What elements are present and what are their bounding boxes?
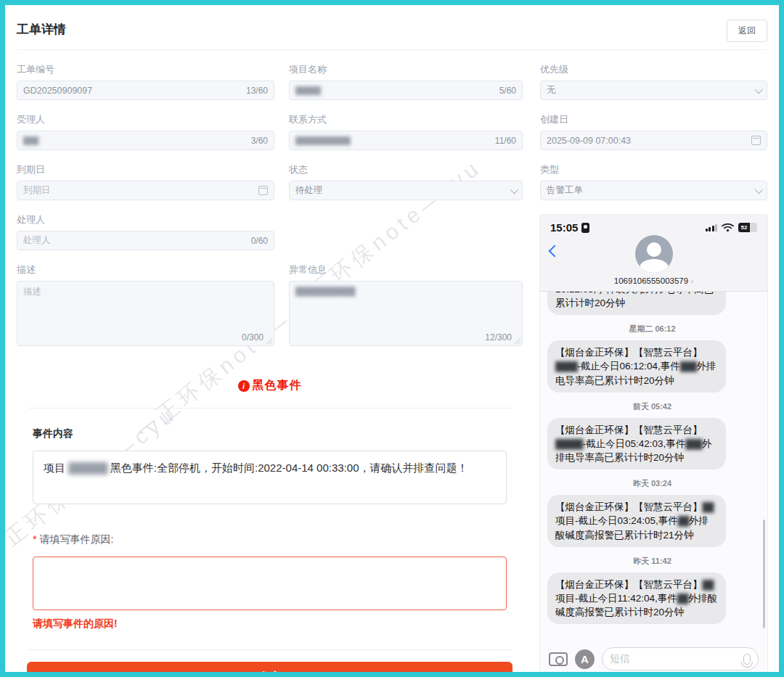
contact-input: ███████████ 11/60 [289, 131, 523, 150]
field-type: 类型 告警工单 [540, 163, 767, 200]
resize-handle-icon[interactable] [266, 337, 272, 344]
project-name-input: █████ 5/60 [289, 81, 523, 100]
char-counter: 0/300 [242, 332, 264, 342]
handler-input[interactable]: 处理人 0/60 [17, 231, 274, 250]
sms-bubble: 【烟台金正环保】【智慧云平台】██项目-截止今日03:24:05,事件██外排酸… [547, 495, 726, 546]
confirm-button[interactable]: 确定 [27, 662, 513, 677]
redacted-value: ████████████ [295, 287, 355, 295]
battery-icon: 52 [738, 223, 757, 232]
abnormal-info-textarea: ████████████ 12/300 [289, 281, 523, 346]
chevron-down-icon [510, 185, 518, 193]
redacted-value: ███████████ [295, 136, 491, 145]
page-title: 工单详情 [17, 15, 767, 38]
field-label: 联系方式 [289, 113, 523, 126]
contact-avatar [635, 235, 673, 273]
field-abnormal-info: 异常信息 ████████████ 12/300 [289, 263, 523, 346]
redacted-text: ████ [555, 361, 577, 372]
order-no-input: GD20250909097 13/60 [17, 81, 274, 100]
field-due-date: 到期日 到期日 [17, 163, 274, 200]
wifi-icon [722, 223, 734, 232]
redacted-value: █████ [295, 86, 495, 95]
input-value: 2025-09-09 07:00:43 [547, 136, 747, 146]
sms-bubble: 【烟台金正环保】【智慧云平台】████-截止今日06:12:04,事件███外排… [547, 340, 726, 392]
description-textarea[interactable]: 描述 0/300 [17, 281, 274, 346]
sms-screenshot: 15:05 52 [540, 215, 767, 677]
phone-header: 15:05 52 [540, 215, 767, 292]
sms-bubble: 【烟台金正环保】【智慧云平台】██项目-截止今日11:42:04,事件██外排酸… [547, 573, 726, 624]
info-icon: i [238, 380, 250, 392]
redacted-text: ███ [685, 439, 702, 449]
field-label: 工单编号 [17, 63, 274, 76]
reason-label: *请填写事件原因: [33, 533, 507, 546]
char-counter: 0/60 [251, 236, 268, 246]
due-date-picker[interactable]: 到期日 [17, 181, 274, 200]
type-select[interactable]: 告警工单 [540, 181, 767, 200]
input-placeholder: 处理人 [23, 234, 247, 247]
field-label: 异常信息 [289, 263, 523, 276]
field-description: 描述 描述 0/300 [17, 263, 274, 346]
page-header: 工单详情 返回 [17, 15, 767, 50]
char-counter: 11/60 [495, 136, 516, 146]
cell-signal-icon [706, 224, 718, 231]
status-time: 15:05 [550, 221, 578, 234]
redacted-text: ███ [680, 361, 697, 372]
black-event-title-text: 黑色事件 [253, 378, 302, 393]
right-panel: 优先级 无 创建日 2025-09-09 07:00:43 类型 告警工单 [540, 63, 767, 677]
calendar-icon [751, 136, 761, 145]
black-event-title: i 黑色事件 [33, 378, 507, 393]
section-divider [28, 408, 511, 409]
field-label: 状态 [289, 163, 523, 176]
field-label: 处理人 [17, 213, 274, 226]
select-value: 待处理 [295, 184, 506, 197]
priority-select[interactable]: 无 [540, 81, 767, 100]
char-counter: 3/60 [251, 136, 268, 146]
field-label: 类型 [540, 163, 767, 176]
char-counter: 12/300 [485, 332, 512, 342]
acceptor-input: ███ 3/60 [17, 131, 274, 150]
field-handler: 处理人 处理人 0/60 [17, 213, 274, 250]
reason-label-text: 请填写事件原因: [39, 533, 113, 545]
chevron-right-icon: › [690, 276, 693, 285]
field-order-no: 工单编号 GD20250909097 13/60 [17, 63, 274, 100]
redacted-text: ██ [703, 502, 714, 512]
sms-text: 项目-截止今日11:42:04,事件 [555, 593, 677, 604]
redacted-project-name: ██████ [68, 462, 107, 474]
field-status: 状态 待处理 [289, 163, 523, 200]
phone-nav: 1069106555003579 › [550, 235, 757, 285]
required-asterisk: * [33, 533, 36, 545]
reason-textarea[interactable] [33, 557, 507, 610]
event-content-prefix: 项目 [44, 461, 68, 474]
char-counter: 13/60 [246, 86, 268, 96]
phone-statusbar: 15:05 52 [550, 221, 757, 234]
sms-bubble: 【烟台金正环保】【智慧云平台】█████-截止今日05:42:03,事件███外… [547, 418, 726, 469]
status-select[interactable]: 待处理 [289, 181, 523, 200]
sms-time-divider: 前天 05:42 [547, 401, 757, 412]
back-button[interactable]: 返回 [727, 20, 767, 42]
field-project-name: 项目名称 █████ 5/60 [289, 63, 523, 100]
field-label: 到期日 [17, 163, 274, 176]
char-counter: 5/60 [499, 86, 516, 96]
work-order-detail-page: 一正环保note—cyu 一正环保note—cyu 一正环保note—cyu 工… [5, 5, 779, 672]
field-label: 描述 [17, 263, 274, 276]
field-label: 项目名称 [289, 63, 523, 76]
redacted-text: █████ [555, 439, 583, 449]
chevron-down-icon [755, 85, 763, 93]
sms-input-field: 短信 [602, 647, 759, 670]
contact-number-text: 1069106555003579 [614, 276, 688, 285]
camera-icon [549, 652, 568, 666]
contact-number: 1069106555003579 › [614, 276, 693, 285]
sms-input-placeholder: 短信 [610, 652, 743, 665]
input-value: GD20250909097 [23, 86, 242, 96]
sms-text: 【烟台金正环保】【智慧云平台】 [555, 424, 703, 435]
chevron-down-icon [755, 185, 763, 193]
created-date-picker[interactable]: 2025-09-09 07:00:43 [540, 131, 767, 150]
phone-scrollbar [763, 520, 765, 628]
redacted-value: ███ [23, 136, 247, 145]
form-panel: 工单编号 GD20250909097 13/60 项目名称 █████ 5/60… [17, 63, 523, 677]
select-value: 无 [547, 84, 751, 97]
sms-text: 【烟台金正环保】【智慧云平台】 [555, 347, 703, 358]
focus-mode-icon [581, 223, 589, 233]
resize-handle-icon [514, 337, 520, 344]
field-priority: 优先级 无 [540, 63, 767, 100]
sms-time-divider: 昨天 11:42 [547, 556, 757, 567]
